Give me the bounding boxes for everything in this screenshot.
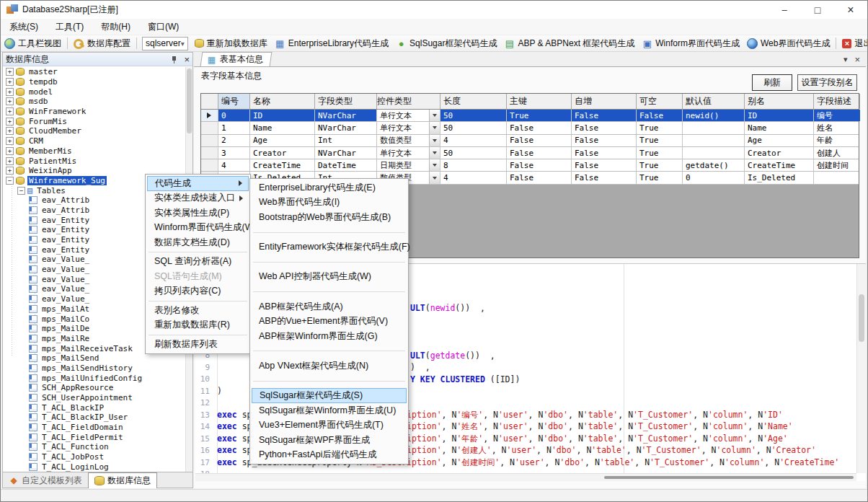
tree-expander-icon[interactable] [6,107,14,115]
context-menu-item[interactable]: 表别名修改 [147,303,249,318]
column-header[interactable]: 主键 [507,94,572,109]
row-selector[interactable] [201,122,218,133]
tree-item[interactable]: mps_MailSendHistory [3,364,185,374]
column-header[interactable]: 别名 [745,94,814,109]
context-menu-item[interactable]: 实体类属性生成(P) [147,206,249,221]
grid-cell[interactable]: newid() [683,110,745,121]
grid-cell[interactable]: 1 [218,122,250,133]
tree-item[interactable]: mps_MailSend [3,353,185,364]
grid-cell[interactable]: ID [250,110,315,121]
grid-cell[interactable]: Creator [745,147,814,159]
column-header[interactable]: 名称 [250,94,315,109]
grid-cell[interactable]: False [572,110,637,121]
control-type-combo[interactable]: 单行文本 [377,110,440,121]
row-selector[interactable] [201,110,218,121]
tree-item[interactable]: T_ACL_Function [3,442,185,452]
column-header[interactable]: 字段类型 [315,94,377,109]
tab-list-dropdown-icon[interactable] [843,55,848,64]
tree-item[interactable]: T_ACL_BlackIP [3,402,185,413]
grid-cell[interactable]: 4 [440,135,507,146]
grid-cell[interactable] [683,122,745,133]
grid-cell[interactable]: NVarChar [315,110,377,121]
submenu-item[interactable]: EnterpriseLibrary代码生成(E) [252,180,407,195]
grid-cell[interactable]: CreateTime [745,159,814,171]
grid-row[interactable]: 4CreateTimeDateTime日期类型8FalseFalseTruege… [201,159,859,172]
submenu-item[interactable]: Web API控制器代码生成(W) [252,270,407,285]
tree-item[interactable]: T_ACL_BlackIP_User [3,413,185,423]
toolbar-button[interactable]: 退出 [838,36,868,51]
grid-cell[interactable]: True [637,147,683,159]
grid-cell[interactable]: Creator [250,147,315,159]
submenu-item[interactable] [252,344,407,359]
context-menu-item[interactable]: SQL语句生成(M) [147,269,249,284]
panel-close-icon[interactable] [184,54,190,65]
grid-cell[interactable]: True [637,135,683,146]
grid-cell[interactable]: CreateTime [250,159,315,171]
submenu-item[interactable]: ABP的Vue+Element界面代码(V) [252,314,407,329]
combo-dropdown-button[interactable] [429,122,440,133]
submenu-item[interactable]: SqlSugar框架WPF界面生成 [252,433,407,448]
tree-item[interactable]: master [3,67,185,77]
tree-expander-icon[interactable] [6,68,14,76]
menu-bar-item[interactable]: 系统(S) [1,19,47,35]
control-type-combo[interactable]: 数值类型 [377,135,440,146]
grid-cell[interactable]: 50 [440,147,507,159]
grid-cell[interactable] [814,172,860,183]
window-control-button[interactable] [834,1,867,19]
toolbar-button[interactable]: 重新加载数据库 [191,36,271,51]
grid-cell[interactable]: False [507,135,572,146]
grid-cell[interactable]: ID [745,110,814,121]
grid-cell[interactable]: False [507,147,572,159]
grid-cell[interactable]: False [507,172,572,183]
tab-close-icon[interactable] [854,54,860,65]
row-selector[interactable] [201,135,218,146]
combo-dropdown-button[interactable] [429,147,440,159]
tree-item[interactable]: msdb [3,97,185,107]
column-header[interactable]: 长度 [440,94,507,109]
grid-cell[interactable] [683,147,745,159]
toolbar-button[interactable]: 数据库配置 [70,36,134,51]
combo-dropdown-button[interactable] [429,172,440,183]
tree-expander-icon[interactable] [6,137,14,145]
tree-item[interactable]: T_ACL_FieldPermit [3,432,185,442]
grid-cell[interactable]: False [507,122,572,133]
grid-cell[interactable]: 0 [683,172,745,183]
control-type-combo[interactable]: 日期类型 [377,159,440,171]
grid-cell[interactable]: 创建人 [814,147,860,159]
submenu-item[interactable] [252,374,407,389]
toolbar-button[interactable]: SqlSugar框架代码生成 [392,36,500,51]
grid-cell[interactable]: True [637,159,683,171]
toolbar-button[interactable]: 工具栏视图 [1,36,65,51]
control-type-combo[interactable]: 单行文本 [377,147,440,159]
tree-item[interactable]: PatientMis [3,156,185,166]
tree-item[interactable]: WinFramework [3,107,185,117]
grid-cell[interactable]: 姓名 [814,122,860,133]
grid-cell[interactable]: Age [745,135,814,146]
grid-cell[interactable]: 单行文本 [377,147,440,159]
tree-scrollbar-thumb[interactable] [187,69,192,133]
grid-cell[interactable]: False [572,172,637,183]
tree-item[interactable]: ForumMis [3,116,185,126]
grid-cell[interactable]: Is_Deleted [745,172,814,183]
grid-cell[interactable]: Age [250,135,315,146]
submenu-item[interactable]: Vue3+Element界面代码生成(T) [252,418,407,433]
refresh-button[interactable]: 刷新 [752,74,792,91]
grid-cell[interactable]: False [637,110,683,121]
grid-row[interactable]: 3CreatorNVarChar单行文本50FalseFalseTrueCrea… [201,147,859,159]
combo-dropdown-button[interactable] [429,159,440,171]
editor-vertical-scrollbar[interactable] [856,264,866,473]
menu-bar-item[interactable]: 窗口(W) [139,19,187,35]
submenu-item[interactable]: Web界面代码生成(I) [252,195,407,211]
grid-row[interactable]: 0IDNVarChar单行文本50TrueFalseFalsenewid()ID… [201,110,859,122]
tree-item[interactable]: tempdb [3,77,185,87]
grid-cell[interactable]: 单行文本 [377,110,440,121]
column-header[interactable]: 默认值 [683,94,745,109]
row-selector[interactable] [201,147,218,159]
context-menu-item[interactable]: 重新加载数据库(R) [147,318,249,333]
grid-cell[interactable]: True [637,122,683,133]
toolbar-button[interactable]: Winform界面代码生成 [638,36,743,51]
tree-item[interactable]: T_ACL_JobPost [3,452,185,462]
tree-item[interactable]: CRM [3,136,185,146]
grid-cell[interactable]: False [572,159,637,171]
menu-bar-item[interactable]: 帮助(H) [92,19,139,35]
